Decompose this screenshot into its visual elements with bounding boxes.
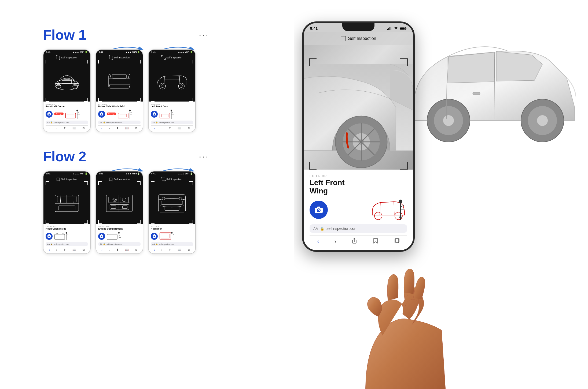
guide-1 bbox=[65, 109, 81, 119]
svg-line-55 bbox=[119, 235, 121, 236]
svg-rect-64 bbox=[161, 234, 170, 238]
svg-rect-79 bbox=[391, 27, 391, 30]
nav-tabs-3[interactable]: ⧉ bbox=[188, 126, 190, 130]
large-guide-svg bbox=[370, 198, 407, 222]
svg-point-66 bbox=[171, 232, 173, 234]
url-bar-3[interactable]: AA 🔒 selfinspection.com bbox=[151, 121, 193, 124]
svg-point-99 bbox=[399, 200, 402, 203]
svg-line-11 bbox=[77, 117, 79, 118]
large-bottom-controls bbox=[310, 199, 407, 220]
bottom-controls-f2-1 bbox=[46, 231, 88, 241]
camera-btn-f2-3[interactable] bbox=[151, 233, 158, 240]
phone-f2-1-nav: ‹ › ⬆ 📖 ⧉ bbox=[46, 247, 88, 252]
bracket-tr bbox=[84, 60, 88, 63]
flow2-phone-2: 9:41 ▲▲▲ WiFi 🔋 Self Inspection bbox=[95, 171, 143, 254]
nav-back[interactable]: ‹ bbox=[49, 127, 50, 130]
nav-bookmarks-2[interactable]: 📖 bbox=[125, 126, 129, 130]
phone3-bottom: EXTERIOR Left Front Door bbox=[149, 102, 195, 132]
large-phone-nav: ‹ › bbox=[310, 235, 407, 248]
camera-btn-3[interactable] bbox=[151, 111, 158, 118]
corner-brackets-f2-3 bbox=[151, 181, 193, 224]
flow1-phone-2: 9:41 ▲▲▲ WiFi 🔋 Self Inspection bbox=[95, 49, 143, 132]
corner-brackets-2 bbox=[98, 60, 141, 102]
status-bar-f2-1: 9:41 ▲▲▲ WiFi 🔋 bbox=[43, 171, 90, 176]
large-si-icon bbox=[341, 36, 346, 41]
svg-rect-63 bbox=[160, 233, 171, 240]
damage-badge-1[interactable]: Damage bbox=[54, 113, 64, 115]
nav-forward[interactable]: › bbox=[56, 127, 57, 130]
flow1-phones: 9:41 ▲▲▲ WiFi 🔋 Self Inspection bbox=[43, 49, 209, 132]
large-camera-icon bbox=[314, 206, 323, 214]
nav-share-3[interactable]: ⬆ bbox=[169, 126, 171, 130]
bracket-tr-3 bbox=[189, 60, 193, 63]
large-exterior-label: EXTERIOR bbox=[310, 174, 407, 178]
flow1-phone-row: 9:41 ▲▲▲ WiFi 🔋 Self Inspection bbox=[43, 49, 209, 132]
large-camera-area: Self Inspection bbox=[304, 32, 413, 170]
flow2-phone-row: 9:41 ▲▲▲ WiFi 🔋 Self Inspection bbox=[43, 171, 209, 254]
url-bar-f2-1[interactable]: AA 🔒 selfinspection.com bbox=[46, 242, 88, 246]
battery-icon bbox=[400, 27, 407, 30]
nav-bookmarks[interactable]: 📖 bbox=[72, 126, 76, 130]
phone-f2-2-screen: Self Inspection bbox=[96, 176, 143, 224]
corner-brackets-f2-2 bbox=[98, 181, 141, 224]
svg-rect-81 bbox=[400, 27, 405, 29]
right-panel: 9:41 bbox=[294, 0, 588, 389]
large-nav-share[interactable] bbox=[351, 238, 357, 245]
nav-back-2[interactable]: ‹ bbox=[101, 127, 102, 130]
large-si-label: Self Inspection bbox=[348, 36, 376, 41]
phone-f2-3-nav: ‹ › ⬆ 📖 ⧉ bbox=[151, 247, 193, 252]
flow1-menu[interactable]: ··· bbox=[199, 30, 209, 40]
damage-badge-2[interactable]: Damage bbox=[107, 113, 116, 115]
large-camera-btn[interactable] bbox=[310, 201, 328, 219]
large-time: 9:41 bbox=[310, 26, 318, 31]
corner-brackets-f2-1 bbox=[46, 181, 88, 224]
flow2-menu[interactable]: ··· bbox=[199, 152, 209, 162]
nav-forward-3[interactable]: › bbox=[161, 127, 163, 130]
bracket-br-3 bbox=[189, 98, 193, 102]
phone3-nav: ‹ › ⬆ 📖 ⧉ bbox=[151, 125, 193, 131]
nav-tabs[interactable]: ⧉ bbox=[83, 126, 85, 130]
camera-btn-1[interactable] bbox=[46, 111, 53, 118]
camera-view bbox=[304, 45, 413, 170]
nav-share[interactable]: ⬆ bbox=[64, 126, 66, 130]
nav-forward-2[interactable]: › bbox=[109, 127, 110, 130]
flow2-phone-1: 9:41 ▲▲▲ WiFi 🔋 Self Inspection bbox=[43, 171, 91, 254]
bracket-bl-3 bbox=[151, 98, 155, 102]
status-bar-f2-3: 9:41 ▲▲▲ WiFi 🔋 bbox=[149, 171, 195, 176]
large-url-bar[interactable]: AA 🔒 selfinspection.com bbox=[310, 224, 407, 233]
phone2-screen: Self Inspection bbox=[96, 54, 143, 102]
camera-btn-2[interactable] bbox=[98, 111, 105, 118]
large-corner-brackets bbox=[309, 58, 408, 170]
nav-back-3[interactable]: ‹ bbox=[154, 127, 155, 130]
camera-icon-3 bbox=[153, 113, 156, 115]
large-nav-tabs[interactable] bbox=[394, 238, 400, 245]
flow1-phone-1: 9:41 ▲▲▲ WiFi 🔋 Self Inspection bbox=[43, 49, 91, 132]
camera-btn-f2-1[interactable] bbox=[46, 233, 53, 240]
large-part-name: Left Front Wing bbox=[310, 179, 407, 195]
large-nav-forward[interactable]: › bbox=[334, 238, 336, 245]
camera-btn-f2-2[interactable] bbox=[98, 233, 105, 240]
camera-icon-2 bbox=[100, 113, 103, 115]
nav-share-2[interactable]: ⬆ bbox=[116, 126, 119, 130]
phone-f2-3-bottom: INTERIOR Headliner bbox=[149, 224, 195, 253]
url-bar-2[interactable]: AA 🔒 selfinspection.com bbox=[98, 121, 141, 124]
bracket-bl bbox=[46, 98, 49, 102]
flow1-header: Flow 1 ··· bbox=[43, 27, 209, 43]
large-phone-bottom: EXTERIOR Left Front Wing bbox=[304, 170, 413, 250]
left-panel: Flow 1 ··· 9:41 ▲▲▲ WiFi 🔋 bbox=[43, 27, 209, 270]
url-bar-f2-2[interactable]: AA 🔒 selfinspection.com bbox=[98, 242, 141, 246]
flow2-title: Flow 2 bbox=[43, 148, 86, 164]
url-bar-f2-3[interactable]: AA 🔒 selfinspection.com bbox=[151, 242, 193, 246]
status-icons bbox=[387, 27, 407, 30]
phone-f2-2-nav: ‹ › ⬆ 📖 ⧉ bbox=[98, 247, 141, 252]
bracket-bl-2 bbox=[98, 98, 102, 102]
url-bar-1[interactable]: AA 🔒 selfinspection.com bbox=[46, 121, 88, 124]
large-nav-bookmarks[interactable] bbox=[373, 238, 378, 245]
large-nav-back[interactable]: ‹ bbox=[317, 238, 319, 245]
nav-bookmarks-3[interactable]: 📖 bbox=[178, 126, 181, 130]
nav-tabs-2[interactable]: ⧉ bbox=[135, 126, 137, 130]
phone-f2-3-screen: Self Inspection bbox=[149, 176, 195, 224]
svg-point-38 bbox=[66, 232, 67, 234]
svg-rect-92 bbox=[317, 207, 320, 208]
flow1-section: Flow 1 ··· 9:41 ▲▲▲ WiFi 🔋 bbox=[43, 27, 209, 132]
